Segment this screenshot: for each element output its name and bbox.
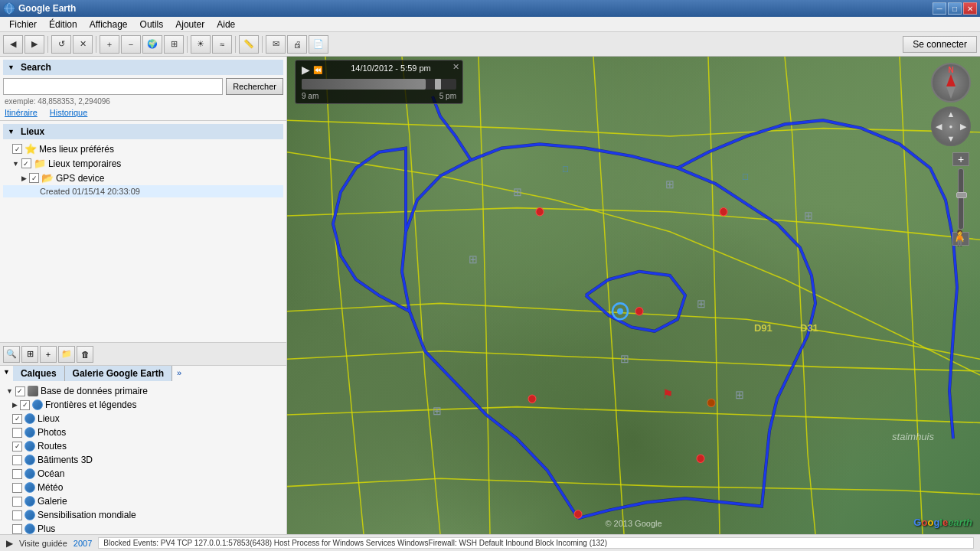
layer-borders-checkbox[interactable] — [20, 400, 30, 410]
timeline-play[interactable]: ▶ — [302, 64, 310, 76]
zoom-in-btn[interactable]: + — [952, 152, 969, 166]
nav-up[interactable]: ▲ — [945, 108, 957, 120]
places-delete[interactable]: 🗑 — [77, 346, 93, 363]
window-controls[interactable]: ─ □ ✕ — [933, 2, 977, 15]
map-museum-8: ⊞ — [433, 405, 442, 417]
separator-5 — [262, 36, 263, 53]
layer-meteo-checkbox[interactable] — [12, 483, 22, 493]
gps-checkbox[interactable] — [29, 173, 39, 183]
gps-expand[interactable]: ▶ — [21, 174, 27, 182]
maximize-button[interactable]: □ — [948, 2, 962, 15]
minimize-button[interactable]: ─ — [933, 2, 946, 15]
toolbar-zoom-in[interactable]: + — [100, 35, 119, 54]
layer-borders[interactable]: ▶ Frontières et légendes — [3, 398, 283, 412]
layer-gallery[interactable]: Galerie — [3, 494, 283, 508]
temporary-expand[interactable]: ▼ — [12, 160, 19, 168]
tab-gallery[interactable]: Galerie Google Earth — [65, 366, 172, 381]
zoom-slider[interactable] — [958, 168, 964, 230]
search-header[interactable]: ▼ Search — [3, 60, 283, 75]
places-temporary[interactable]: ▼ 📁 Lieux temporaires — [3, 156, 283, 171]
toolbar-email[interactable]: ✉ — [266, 35, 286, 54]
toolbar-back[interactable]: ◀ — [3, 35, 23, 54]
menu-aide[interactable]: Aide — [211, 18, 241, 31]
layer-meteo[interactable]: Météo — [3, 481, 283, 494]
menu-edition[interactable]: Édition — [43, 18, 83, 31]
layer-buildings-checkbox[interactable] — [12, 455, 22, 465]
menu-affichage[interactable]: Affichage — [83, 18, 134, 31]
toolbar-globe[interactable]: 🌍 — [142, 35, 162, 54]
nav-right[interactable]: ▶ — [957, 120, 969, 132]
timeline-bar[interactable] — [302, 79, 456, 90]
layer-more-checkbox[interactable] — [12, 524, 22, 534]
toolbar-ocean[interactable]: ≈ — [212, 35, 232, 54]
layer-places-checkbox[interactable] — [12, 414, 22, 424]
timeline-handle[interactable] — [435, 79, 441, 90]
layer-borders-label: Frontières et légendes — [45, 399, 136, 410]
layer-photos-checkbox[interactable] — [12, 428, 22, 438]
toolbar-refresh[interactable]: ↺ — [51, 35, 71, 54]
layer-db-checkbox[interactable] — [15, 386, 25, 396]
places-folder-add[interactable]: 📁 — [58, 346, 75, 363]
tour-label[interactable]: Visite guidée — [19, 539, 67, 548]
timeline-close[interactable]: ✕ — [452, 62, 459, 72]
layer-awareness-checkbox[interactable] — [12, 510, 22, 520]
search-button[interactable]: Rechercher — [226, 78, 283, 95]
map-area[interactable]: ⊞ □ ⊞ □ ⊞ ⊞ ⊞ ⊞ ⊞ ⊞ ⚑ D91 D31 — [287, 57, 980, 534]
toolbar-stop[interactable]: ✕ — [73, 35, 93, 54]
compass[interactable]: N — [931, 63, 971, 103]
connect-button[interactable]: Se connecter — [903, 36, 977, 53]
layer-photos[interactable]: Photos — [3, 425, 283, 439]
menu-fichier[interactable]: Fichier — [3, 18, 43, 31]
tab-more[interactable]: » — [172, 366, 186, 381]
status-year[interactable]: 2007 — [74, 539, 92, 548]
temporary-checkbox[interactable] — [21, 158, 31, 168]
toolbar-kml[interactable]: 📄 — [309, 35, 328, 54]
layer-ocean[interactable]: Océan — [3, 467, 283, 481]
road-label-1: D91 — [754, 322, 773, 334]
tab-itinerary[interactable]: Itinéraire — [5, 108, 38, 117]
toolbar-sun[interactable]: ☀ — [191, 35, 211, 54]
layer-routes-checkbox[interactable] — [12, 442, 22, 452]
tab-history[interactable]: Historique — [50, 108, 88, 117]
layer-database[interactable]: ▼ Base de données primaire — [3, 384, 283, 398]
layer-places[interactable]: Lieux — [3, 412, 283, 425]
nav-left[interactable]: ◀ — [933, 120, 945, 132]
places-gps[interactable]: ▶ 📂 GPS device — [3, 171, 283, 185]
layer-ocean-checkbox[interactable] — [12, 469, 22, 479]
search-input[interactable] — [3, 78, 223, 95]
layer-borders-expand[interactable]: ▶ — [12, 401, 18, 409]
close-button[interactable]: ✕ — [963, 2, 977, 15]
timeline-widget: ✕ ▶ ⏪ 14/10/2012 - 5:59 pm 9 am 5 pm — [295, 60, 463, 104]
layer-buildings-label: Bâtiments 3D — [38, 455, 93, 465]
compass-circle[interactable]: N — [931, 63, 971, 103]
layer-more-label: Plus — [38, 523, 55, 534]
nav-down[interactable]: ▼ — [945, 132, 957, 145]
places-favorites[interactable]: ⭐ Mes lieux préférés — [3, 142, 283, 156]
places-btn-1[interactable]: 🔍 — [3, 346, 20, 363]
places-btn-2[interactable]: ⊞ — [21, 346, 38, 363]
layers-collapse-arrow[interactable]: ▼ — [0, 366, 13, 381]
places-header[interactable]: ▼ Lieux — [3, 124, 283, 139]
layer-buildings[interactable]: Bâtiments 3D — [3, 453, 283, 467]
toolbar-ruler[interactable]: 📏 — [239, 35, 259, 54]
toolbar-print[interactable]: 🖨 — [287, 35, 307, 54]
toolbar-forward[interactable]: ▶ — [24, 35, 44, 54]
layer-routes[interactable]: Routes — [3, 439, 283, 453]
toolbar-layers[interactable]: ⊞ — [164, 35, 184, 54]
streetview-person[interactable]: 🧍 — [950, 229, 969, 247]
nav-center[interactable]: ● — [945, 120, 957, 132]
nav-pad[interactable]: ▲ ◀ ● ▶ ▼ — [931, 106, 971, 146]
layer-db-expand[interactable]: ▼ — [6, 387, 13, 395]
map-museum-2: ⊞ — [665, 178, 675, 190]
layer-awareness[interactable]: Sensibilisation mondiale — [3, 508, 283, 522]
tab-calques[interactable]: Calques — [13, 366, 65, 381]
zoom-thumb[interactable] — [956, 192, 967, 198]
favorites-checkbox[interactable] — [12, 144, 22, 154]
layer-photos-label: Photos — [38, 427, 66, 438]
menu-outils[interactable]: Outils — [134, 18, 170, 31]
layer-more[interactable]: Plus — [3, 522, 283, 534]
toolbar-zoom-out[interactable]: − — [121, 35, 141, 54]
places-add[interactable]: + — [40, 346, 57, 363]
layer-gallery-checkbox[interactable] — [12, 497, 22, 507]
menu-ajouter[interactable]: Ajouter — [169, 18, 211, 31]
